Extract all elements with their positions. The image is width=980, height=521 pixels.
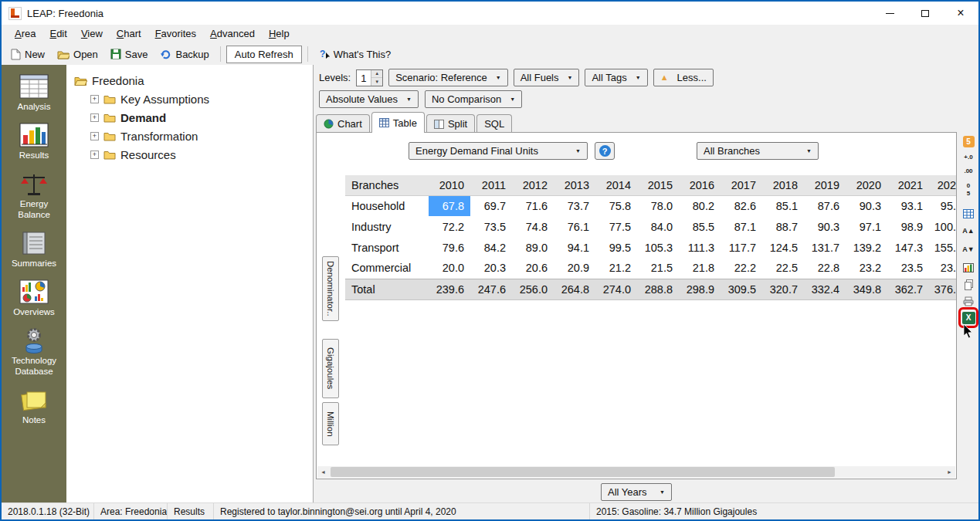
levels-spinner[interactable]: 1 ▲ ▼ [356, 69, 383, 86]
value-cell[interactable]: 239.6 [429, 279, 470, 299]
value-cell[interactable]: 84.2 [470, 237, 512, 258]
scientific-notation-icon[interactable]: 5 [961, 135, 976, 148]
value-cell[interactable]: 139.2 [846, 237, 887, 258]
value-cell[interactable]: 320.7 [762, 279, 804, 299]
value-cell[interactable]: 90.3 [846, 195, 887, 216]
comparison-dropdown[interactable]: No Comparison ▼ [425, 90, 522, 108]
value-cell[interactable]: 97.1 [846, 216, 887, 237]
value-cell[interactable]: 21.2 [595, 258, 637, 279]
value-cell[interactable]: 87.6 [804, 195, 846, 216]
value-cell[interactable]: 131.7 [804, 237, 846, 258]
value-cell[interactable]: 67.8 [429, 195, 470, 216]
smaller-font-icon[interactable]: A▼ [961, 242, 976, 255]
branch-name-cell[interactable]: Total [345, 279, 429, 299]
value-cell[interactable]: 98.9 [887, 216, 929, 237]
value-cell[interactable]: 20.3 [470, 258, 512, 279]
fuels-dropdown[interactable]: All Fuels ▼ [514, 69, 580, 86]
value-cell[interactable]: 74.8 [512, 216, 554, 237]
year-column-header[interactable]: 2020 [846, 175, 887, 195]
value-cell[interactable]: 288.8 [637, 279, 679, 299]
scroll-left-icon[interactable]: ◄ [317, 466, 329, 478]
value-cell[interactable]: 264.8 [554, 279, 595, 299]
expand-icon[interactable]: + [90, 151, 99, 159]
value-cell[interactable]: 94.1 [554, 237, 595, 258]
value-cell[interactable]: 73.5 [470, 216, 512, 237]
year-column-header[interactable]: 2021 [887, 175, 929, 195]
menu-favorites[interactable]: Favorites [148, 25, 203, 42]
value-cell[interactable]: 22.8 [804, 258, 846, 279]
sidebar-item-analysis[interactable]: Analysis [2, 73, 66, 112]
tree-item-demand[interactable]: + Demand [90, 108, 313, 127]
unit-button-million[interactable]: Million [322, 402, 339, 445]
rounding-icon[interactable]: 0 5 [961, 178, 976, 201]
value-cell[interactable]: 111.3 [679, 237, 721, 258]
new-button[interactable]: New [5, 46, 50, 63]
value-cell[interactable]: 71.6 [512, 195, 554, 216]
value-cell[interactable]: 298.9 [679, 279, 721, 299]
value-cell[interactable]: 23.5 [887, 258, 929, 279]
sidebar-item-results[interactable]: Results [2, 121, 66, 161]
menu-area[interactable]: Area [8, 25, 42, 42]
branch-name-cell[interactable]: Transport [345, 237, 429, 258]
value-cell[interactable]: 274.0 [595, 279, 637, 299]
whats-this-button[interactable]: ? What's This? [314, 46, 397, 63]
value-cell[interactable]: 77.5 [595, 216, 637, 237]
unit-button-gigajoules[interactable]: Gigajoules [322, 339, 339, 398]
year-column-header[interactable]: 2016 [679, 175, 721, 195]
menu-help[interactable]: Help [262, 25, 297, 42]
sidebar-item-overviews[interactable]: Overviews [2, 278, 66, 317]
value-cell[interactable]: 80.2 [679, 195, 721, 216]
branches-column-header[interactable]: Branches [345, 175, 429, 195]
value-cell[interactable]: 100. [929, 216, 957, 237]
value-cell[interactable]: 147.3 [887, 237, 929, 258]
year-column-header[interactable]: 2018 [762, 175, 804, 195]
value-cell[interactable]: 82.6 [721, 195, 762, 216]
unit-button-denominator[interactable]: Denominator.. [322, 256, 339, 321]
value-cell[interactable]: 22.5 [762, 258, 804, 279]
value-cell[interactable]: 117.7 [721, 237, 762, 258]
year-column-header[interactable]: 202 [929, 175, 957, 195]
tree-item-transformation[interactable]: + Transformation [90, 127, 313, 145]
value-cell[interactable]: 69.7 [470, 195, 512, 216]
value-cell[interactable]: 90.3 [804, 216, 846, 237]
value-cell[interactable]: 362.7 [887, 279, 929, 299]
tab-sql[interactable]: SQL [476, 114, 512, 133]
value-cell[interactable]: 73.7 [554, 195, 595, 216]
sidebar-item-energy-balance[interactable]: Energy Balance [2, 170, 66, 219]
expand-icon[interactable]: + [90, 132, 99, 140]
scroll-right-icon[interactable]: ► [944, 466, 955, 478]
tab-table[interactable]: Table [371, 112, 425, 133]
value-cell[interactable]: 22.2 [721, 258, 762, 279]
save-button[interactable]: Save [105, 46, 154, 63]
value-cell[interactable]: 124.5 [762, 237, 804, 258]
grid-icon[interactable] [961, 207, 976, 220]
value-cell[interactable]: 88.7 [762, 216, 804, 237]
larger-font-icon[interactable]: A▲ [961, 224, 976, 237]
scenario-dropdown[interactable]: Scenario: Reference ▼ [388, 69, 507, 86]
value-cell[interactable]: 95. [929, 195, 957, 216]
value-cell[interactable]: 76.1 [554, 216, 595, 237]
value-cell[interactable]: 23.2 [846, 258, 887, 279]
value-cell[interactable]: 20.0 [429, 258, 470, 279]
print-icon[interactable] [961, 295, 976, 308]
tree-item-key-assumptions[interactable]: + Key Assumptions [90, 90, 313, 108]
value-cell[interactable]: 332.4 [804, 279, 846, 299]
tab-split[interactable]: Split [426, 114, 475, 133]
value-cell[interactable]: 155. [929, 237, 957, 258]
value-cell[interactable]: 87.1 [721, 216, 762, 237]
tab-chart[interactable]: Chart [316, 114, 370, 133]
units-dropdown[interactable]: Energy Demand Final Units ▼ [409, 142, 588, 160]
value-cell[interactable]: 21.5 [637, 258, 679, 279]
value-cell[interactable]: 349.8 [846, 279, 887, 299]
branch-name-cell[interactable]: Commercial [345, 258, 429, 279]
expand-icon[interactable]: + [90, 95, 99, 103]
year-column-header[interactable]: 2012 [512, 175, 554, 195]
value-cell[interactable]: 72.2 [429, 216, 470, 237]
value-cell[interactable]: 89.0 [512, 237, 554, 258]
help-button[interactable]: ? [595, 142, 615, 160]
year-column-header[interactable]: 2015 [637, 175, 679, 195]
branch-name-cell[interactable]: Industry [345, 216, 429, 237]
branch-name-cell[interactable]: Household [345, 195, 429, 216]
horizontal-scrollbar[interactable]: ◄ ► [317, 466, 955, 478]
value-cell[interactable]: 20.9 [554, 258, 595, 279]
